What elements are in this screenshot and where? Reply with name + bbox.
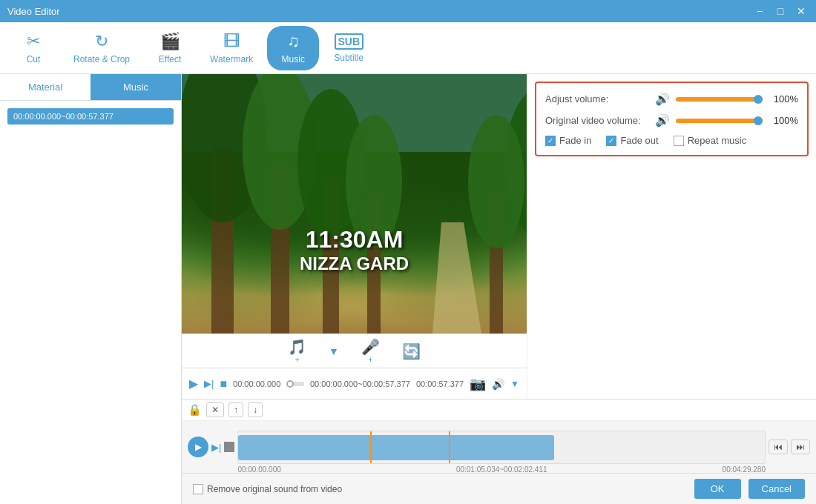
fade-out-label: Fade out <box>620 135 658 146</box>
remove-sound-row[interactable]: Remove original sound from video <box>193 484 342 494</box>
toolbar-watermark[interactable]: 🎞 Watermark <box>200 26 263 70</box>
video-area: 11:30AM NIZZA GARD 🎵+ ▼ 🎤+ 🔄 ▶ ▶| <box>182 74 527 399</box>
track-segment-1 <box>238 435 554 460</box>
toolbar-subtitle[interactable]: SUB Subtitle <box>323 27 375 69</box>
timeline-play-frame-button[interactable]: ▶| <box>211 442 221 453</box>
next-segment-button[interactable]: ⏭ <box>791 440 810 454</box>
watermark-icon: 🎞 <box>223 32 240 51</box>
progress-thumb <box>286 380 294 388</box>
volume-button[interactable]: 🔊 <box>492 378 504 390</box>
original-volume-fill <box>676 119 763 123</box>
fade-in-label: Fade in <box>559 135 591 146</box>
maximize-button[interactable]: □ <box>773 4 788 19</box>
time-range: 00:00:00.000~00:00:57.377 <box>310 379 410 388</box>
original-volume-thumb <box>754 116 763 125</box>
time-start: 00:00:00.000 <box>233 379 280 388</box>
window-controls: − □ ✕ <box>752 4 809 19</box>
adjust-volume-value: 100% <box>769 93 798 105</box>
timeline-time-start: 00:00:00.000 <box>237 465 280 474</box>
volume-icon-1: 🔊 <box>655 92 670 106</box>
timeline-toolbar: 🔒 ✕ ↑ ↓ <box>182 399 816 421</box>
toolbar: ✂ Cut ↻ Rotate & Crop 🎬 Effect 🎞 Waterma… <box>0 22 816 74</box>
ok-button[interactable]: OK <box>694 479 741 499</box>
dropdown-arrow[interactable]: ▼ <box>510 379 519 389</box>
toolbar-effect-label: Effect <box>159 54 181 64</box>
fade-in-check: ✓ <box>547 136 553 145</box>
video-controls: ▶ ▶| ■ 00:00:00.000 00:00:00.000~00:00:5… <box>182 368 527 399</box>
toolbar-cut-label: Cut <box>27 54 41 64</box>
progress-bar[interactable] <box>286 382 304 386</box>
track-container[interactable]: 00:00:00.000 00:01:05.034~00:02:02.411 0… <box>237 431 766 464</box>
timeline-area: 🔒 ✕ ↑ ↓ ▶ ▶| <box>182 399 816 473</box>
minimize-button[interactable]: − <box>752 4 767 19</box>
toolbar-rotate[interactable]: ↻ Rotate & Crop <box>63 26 140 70</box>
fade-out-check: ✓ <box>608 136 614 145</box>
music-icon: ♫ <box>287 32 300 51</box>
fade-in-box: ✓ <box>545 136 556 146</box>
volume-icon-2: 🔊 <box>655 113 670 127</box>
repeat-music-label: Repeat music <box>688 135 746 146</box>
chevron-down-icon: ▼ <box>329 345 339 357</box>
subtitle-icon: SUB <box>335 33 364 50</box>
toolbar-rotate-label: Rotate & Crop <box>73 54 130 64</box>
toolbar-music-label: Music <box>282 54 305 64</box>
remove-sound-checkbox[interactable] <box>193 484 203 494</box>
refresh-button[interactable]: 🔄 <box>402 342 421 360</box>
window-title: Video Editor <box>7 6 60 17</box>
adjust-volume-label: Adjust volume: <box>545 93 649 105</box>
play-frame-button[interactable]: ▶| <box>204 378 214 389</box>
toolbar-music[interactable]: ♫ Music <box>267 26 319 70</box>
lock-icon: 🔒 <box>188 403 202 417</box>
track-marker-2 <box>449 431 450 463</box>
stop-button[interactable]: ■ <box>220 377 227 391</box>
effect-icon: 🎬 <box>160 32 180 51</box>
play-button[interactable]: ▶ <box>189 377 198 391</box>
timeline-track: ▶ ▶| 00:00:00.000 00:01:05.03 <box>182 421 816 473</box>
original-volume-slider[interactable] <box>676 119 763 123</box>
original-volume-row: Original video volume: 🔊 100% <box>545 113 798 127</box>
toolbar-effect[interactable]: 🎬 Effect <box>144 26 196 70</box>
rotate-icon: ↻ <box>95 32 108 51</box>
toolbar-watermark-label: Watermark <box>210 54 253 64</box>
close-button[interactable]: ✕ <box>794 4 809 19</box>
adjust-volume-fill <box>676 97 763 102</box>
checkbox-row: ✓ Fade in ✓ Fade out Repeat mu <box>545 135 798 146</box>
video-overlay-text: 11:30AM NIZZA GARD <box>300 226 409 274</box>
cancel-button[interactable]: Cancel <box>748 479 805 499</box>
sidebar-tab-music[interactable]: Music <box>91 74 181 100</box>
sidebar-tabs: Material Music <box>0 74 181 101</box>
fade-in-checkbox[interactable]: ✓ Fade in <box>545 135 591 146</box>
title-bar: Video Editor − □ ✕ <box>0 0 816 22</box>
delete-timeline-button[interactable]: ✕ <box>206 402 224 417</box>
original-volume-value: 100% <box>769 115 798 126</box>
sidebar: Material Music 00:00:00.000~00:00:57.377 <box>0 74 182 504</box>
adjust-volume-thumb <box>754 95 763 104</box>
sidebar-tab-material[interactable]: Material <box>0 74 91 100</box>
original-volume-label: Original video volume: <box>545 115 649 126</box>
adjust-volume-slider[interactable] <box>676 97 763 102</box>
camera-button[interactable]: 📷 <box>470 376 486 392</box>
fade-out-box: ✓ <box>606 136 616 146</box>
adjust-volume-row: Adjust volume: 🔊 100% <box>545 92 798 106</box>
video-preview: 11:30AM NIZZA GARD <box>182 74 527 334</box>
bottom-bar: Remove original sound from video OK Canc… <box>182 473 816 504</box>
track-marker-1 <box>370 431 372 463</box>
toolbar-cut[interactable]: ✂ Cut <box>7 26 59 70</box>
move-up-button[interactable]: ↑ <box>228 402 243 417</box>
move-down-button[interactable]: ↓ <box>248 402 263 417</box>
add-music-button[interactable]: 🎵+ <box>288 338 306 364</box>
cut-icon: ✂ <box>27 32 40 51</box>
add-voice-button[interactable]: 🎤+ <box>361 338 380 364</box>
timeline-time-mid: 00:01:05.034~00:02:02.411 <box>456 465 547 474</box>
sidebar-file-item[interactable]: 00:00:00.000~00:00:57.377 <box>7 108 174 125</box>
toolbar-subtitle-label: Subtitle <box>334 53 363 63</box>
video-time-display: 11:30AM <box>300 226 409 253</box>
repeat-music-checkbox[interactable]: Repeat music <box>674 135 746 146</box>
timeline-stop-button[interactable] <box>224 442 234 452</box>
time-end: 00:00:57.377 <box>416 379 464 388</box>
fade-out-checkbox[interactable]: ✓ Fade out <box>606 135 658 146</box>
timeline-play-button[interactable]: ▶ <box>188 437 208 457</box>
repeat-music-box <box>674 136 684 146</box>
music-settings-panel: Adjust volume: 🔊 100% Original video vol… <box>535 82 809 156</box>
prev-segment-button[interactable]: ⏮ <box>769 440 788 454</box>
